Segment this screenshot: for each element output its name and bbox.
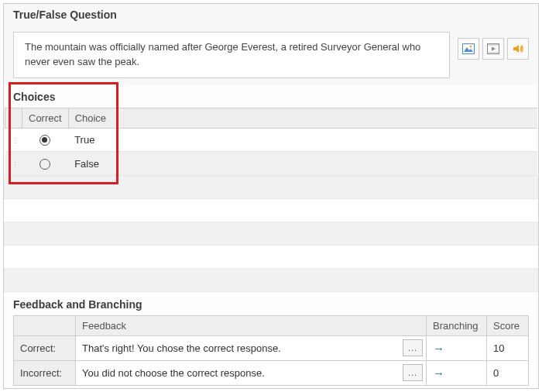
col-score: Score <box>487 315 529 335</box>
question-type-title: True/False Question <box>4 4 538 26</box>
video-icon <box>487 43 499 54</box>
add-video-button[interactable] <box>482 38 504 60</box>
svg-rect-5 <box>488 52 499 54</box>
feedback-text-cell[interactable]: You did not choose the correct response.… <box>76 360 427 385</box>
score-cell[interactable]: 10 <box>487 335 529 360</box>
svg-marker-1 <box>464 47 473 52</box>
svg-rect-0 <box>463 44 475 54</box>
choice-row: ⋮ False <box>5 152 538 176</box>
feedback-row-incorrect: Incorrect: You did not choose the correc… <box>14 360 529 385</box>
image-icon <box>462 43 475 54</box>
question-editor-panel: True/False Question The mountain was off… <box>3 3 539 389</box>
feedback-table: Feedback Branching Score Correct: That's… <box>13 315 529 386</box>
svg-marker-6 <box>492 47 496 51</box>
choice-row: ⋮ True <box>5 128 538 152</box>
col-choice: Choice <box>68 108 537 128</box>
row-label: Correct: <box>14 335 76 360</box>
choice-label[interactable]: False <box>68 152 537 176</box>
edit-feedback-button[interactable]: ... <box>403 364 423 381</box>
correct-radio-false[interactable] <box>39 159 50 170</box>
branch-arrow-icon[interactable]: → <box>433 342 444 355</box>
feedback-section: Feedback and Branching Feedback Branchin… <box>4 292 538 386</box>
col-correct: Correct <box>22 108 69 128</box>
svg-point-2 <box>470 46 472 48</box>
add-audio-button[interactable] <box>507 38 529 60</box>
drag-handle-icon[interactable]: ⋮ <box>12 164 16 167</box>
correct-radio-true[interactable] <box>39 135 50 146</box>
audio-icon <box>512 43 524 54</box>
score-cell[interactable]: 0 <box>487 360 529 385</box>
choices-title: Choices <box>4 89 538 108</box>
col-branching: Branching <box>427 315 487 335</box>
empty-rows <box>4 176 538 292</box>
drag-handle-icon[interactable]: ⋮ <box>12 140 16 143</box>
svg-marker-7 <box>513 45 519 53</box>
add-image-button[interactable] <box>458 38 479 60</box>
svg-rect-4 <box>488 44 499 46</box>
row-label: Incorrect: <box>14 360 76 385</box>
branch-arrow-icon[interactable]: → <box>433 366 444 380</box>
feedback-text-cell[interactable]: That's right! You chose the correct resp… <box>76 335 427 360</box>
edit-feedback-button[interactable]: ... <box>403 339 423 356</box>
col-feedback: Feedback <box>76 315 427 335</box>
question-text-box[interactable]: The mountain was officially named after … <box>13 32 450 78</box>
feedback-title: Feedback and Branching <box>4 297 538 315</box>
feedback-text: You did not choose the correct response. <box>82 367 265 379</box>
choices-table: Correct Choice ⋮ True ⋮ False <box>5 108 537 176</box>
choice-label[interactable]: True <box>68 128 537 152</box>
question-row: The mountain was officially named after … <box>4 26 538 84</box>
feedback-row-correct: Correct: That's right! You chose the cor… <box>14 335 529 360</box>
feedback-text: That's right! You chose the correct resp… <box>82 342 281 354</box>
media-buttons <box>458 38 529 60</box>
choices-section: Choices Correct Choice ⋮ True ⋮ Fals <box>4 84 538 292</box>
